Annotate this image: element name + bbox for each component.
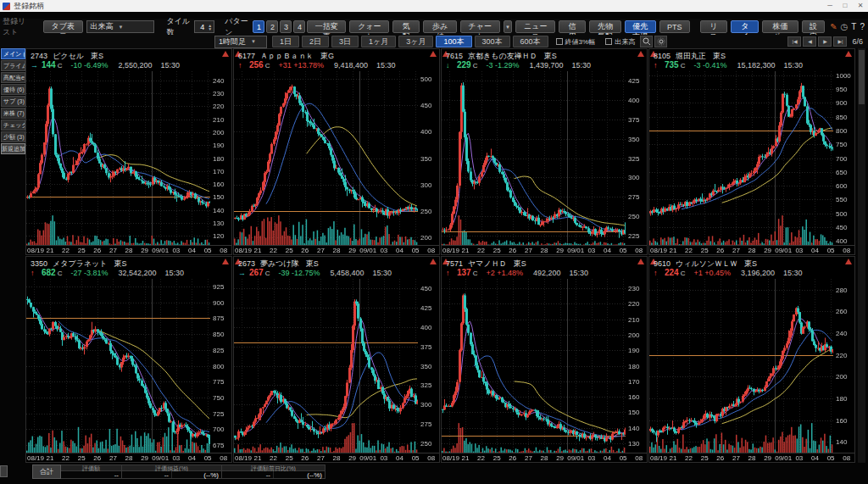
range-1m-button[interactable]: 1ヶ月 <box>361 36 396 47</box>
quote-time: 15:30 <box>376 61 396 70</box>
edit-icon[interactable]: ✎ <box>830 22 837 31</box>
valuation-col-header: 評価額 <box>61 465 122 471</box>
tick-arrow-icon: → <box>238 269 249 277</box>
chart-panel[interactable]: 2673夢みつけ隊東S →267C-39 -12.75%5,458,40015:… <box>233 256 440 463</box>
chart-panel[interactable]: 7615京都きもの友禅ＨＤ東S ↓229C-3 -1.29%1,439,7001… <box>441 48 648 255</box>
sidebar-tab-us-stocks[interactable]: 米株 (7) <box>1 108 25 119</box>
candlestick-chart[interactable] <box>234 279 439 462</box>
bars-600-button[interactable]: 600本 <box>513 36 548 47</box>
last-price: 229 <box>457 60 471 70</box>
sidebar-tab-sub[interactable]: サブ (3) <box>1 96 25 107</box>
candlestick-chart[interactable] <box>649 71 854 254</box>
gear-icon <box>657 37 665 46</box>
chart-panel[interactable]: 8105堀田丸正東S ↑735C-3 -0.41%15,182,30015:30 <box>648 48 855 255</box>
futures-quote-button[interactable]: 先物気配 <box>589 20 620 33</box>
volume-checkbox-label: 出来高 <box>615 37 635 47</box>
view-board-button[interactable]: 気配 <box>392 20 420 33</box>
mode-list-button[interactable]: リスト <box>700 20 728 33</box>
maximize-button[interactable]: □ <box>837 0 853 12</box>
chart-panel-header: 7571ヤマノＨＤ東S ↑137C+2 +1.48%492,20015:30 <box>442 257 647 279</box>
alert-triangle-icon <box>637 259 644 264</box>
zoom-out-button[interactable] <box>640 36 653 47</box>
mode-board-button[interactable]: 株価ボード <box>762 20 798 33</box>
sidebar-add-button[interactable]: 新規追加 <box>1 143 25 154</box>
tick-arrow-icon: ↑ <box>31 269 42 277</box>
bars-100-button[interactable]: 100本 <box>436 36 471 47</box>
mode-tile-button[interactable]: タイル <box>731 20 759 33</box>
spinner-arrows-icon[interactable]: ▲▼ <box>208 24 212 31</box>
candlestick-chart[interactable] <box>234 71 439 254</box>
stock-code: 9610 <box>654 259 670 268</box>
market-label: 東S <box>306 259 319 268</box>
clock-icon[interactable]: ◷ <box>841 22 849 31</box>
chart-panel[interactable]: 2743ピクセル東S →144C-10 -6.49%2,550,20015:30 <box>25 48 232 255</box>
help-icon[interactable]: ? <box>860 22 865 31</box>
volume: 9,418,400 <box>334 61 368 70</box>
close-button[interactable]: ✕ <box>853 0 868 12</box>
volume-checkbox[interactable]: 出来高 <box>605 37 635 47</box>
range-3d-button[interactable]: 3日 <box>331 36 359 47</box>
candlestick-chart[interactable] <box>26 279 231 462</box>
candlestick-chart[interactable] <box>442 279 647 462</box>
sidebar-tab-prime[interactable]: プライム (6) <box>1 60 25 71</box>
vertical-scrollbar[interactable] <box>858 48 865 463</box>
view-chart-button[interactable]: チャート <box>460 20 500 33</box>
sidebar-tab-dividend-etf[interactable]: 高配当etf <box>1 72 25 83</box>
chart-toolbar: 1時間足 ▼ 1日 2日 3日 1ヶ月 3ヶ月 100本 300本 600本 終… <box>0 35 868 48</box>
view-ticks-button[interactable]: 歩み値 <box>423 20 456 33</box>
volume: 32,542,200 <box>119 269 157 277</box>
view-quote-button[interactable]: クォート <box>349 20 389 33</box>
view-news-button[interactable]: ニュース <box>515 20 555 33</box>
alert-triangle-icon <box>430 259 437 264</box>
text-size-icon[interactable]: T <box>851 22 856 31</box>
close-flag: C <box>58 270 63 277</box>
sidebar-tab-yutai[interactable]: 優待 (6) <box>1 84 25 95</box>
chart-panel[interactable]: 9610ウィルソンＷＬＷ東S ↑224C+1 +0.45%3,196,20015… <box>648 256 855 463</box>
pattern-1-button[interactable]: 1 <box>253 20 264 33</box>
close-flag: C <box>681 62 686 70</box>
candlestick-chart[interactable] <box>26 71 231 254</box>
sort-dropdown[interactable]: 出来高 ▼ <box>86 20 155 33</box>
pattern-2-button[interactable]: 2 <box>266 20 278 33</box>
next-page-button[interactable]: ▶ <box>818 36 832 47</box>
tile-count-spinner[interactable]: 4 ▲▼ <box>194 20 214 33</box>
candlestick-chart[interactable] <box>649 279 854 462</box>
sidebar-tab-check[interactable]: チェック用 ( <box>1 120 25 131</box>
tick-arrow-icon: → <box>31 61 42 70</box>
alert-triangle-icon <box>222 259 229 264</box>
sidebar-tab-main[interactable]: メイン (48) <box>1 48 25 59</box>
pts-button[interactable]: PTS <box>659 20 690 33</box>
prev-page-button[interactable]: ◀ <box>803 36 816 47</box>
range-1d-button[interactable]: 1日 <box>272 36 299 47</box>
stock-code: 7615 <box>446 52 463 60</box>
minimize-button[interactable]: ─ <box>822 0 837 12</box>
chart-settings-button[interactable] <box>654 36 667 47</box>
tab-display-button[interactable]: タブ表示 <box>43 20 83 33</box>
candlestick-chart[interactable] <box>442 71 647 254</box>
close-range-checkbox[interactable]: 終値3%幅 <box>556 37 596 47</box>
range-2d-button[interactable]: 2日 <box>302 36 329 47</box>
close-flag: C <box>265 62 270 70</box>
bars-300-button[interactable]: 300本 <box>475 36 510 47</box>
chart-panel[interactable]: 3350メタプラネット東S ↑682C-27 -3.81%32,542,2001… <box>25 256 232 463</box>
priority-market-button[interactable]: 優先市場 <box>625 20 656 33</box>
chart-view-caret-button[interactable]: ▼ <box>504 20 513 33</box>
pattern-3-button[interactable]: 3 <box>280 20 292 33</box>
sidebar-tab-small[interactable]: 少額 (3) <box>1 131 25 142</box>
quote-time: 15:30 <box>572 61 592 70</box>
range-3m-button[interactable]: 3ヶ月 <box>398 36 433 47</box>
first-page-button[interactable]: |◀ <box>787 36 801 47</box>
view-margin-button[interactable]: 信用 <box>559 20 586 33</box>
chart-panel[interactable]: 6177ＡｐｐＢａｎｋ東G ↑256C+31 +13.78%9,418,4001… <box>233 48 440 255</box>
pattern-4-button[interactable]: 4 <box>293 20 305 33</box>
resize-grip[interactable] <box>0 465 8 477</box>
stock-name: 堀田丸正 <box>676 52 706 60</box>
last-page-button[interactable]: ▶| <box>833 36 847 47</box>
bulk-change-button[interactable]: 一括変更 <box>307 20 346 33</box>
chart-panel[interactable]: 7571ヤマノＨＤ東S ↑137C+2 +1.48%492,20015:30 <box>441 256 648 463</box>
settings-button[interactable]: 設定 <box>802 20 826 33</box>
chart-panel-header: 8105堀田丸正東S ↑735C-3 -0.41%15,182,30015:30 <box>649 49 854 71</box>
interval-dropdown[interactable]: 1時間足 ▼ <box>214 36 267 48</box>
quote-time: 15:30 <box>784 61 804 70</box>
scrollbar-thumb[interactable] <box>859 50 865 104</box>
